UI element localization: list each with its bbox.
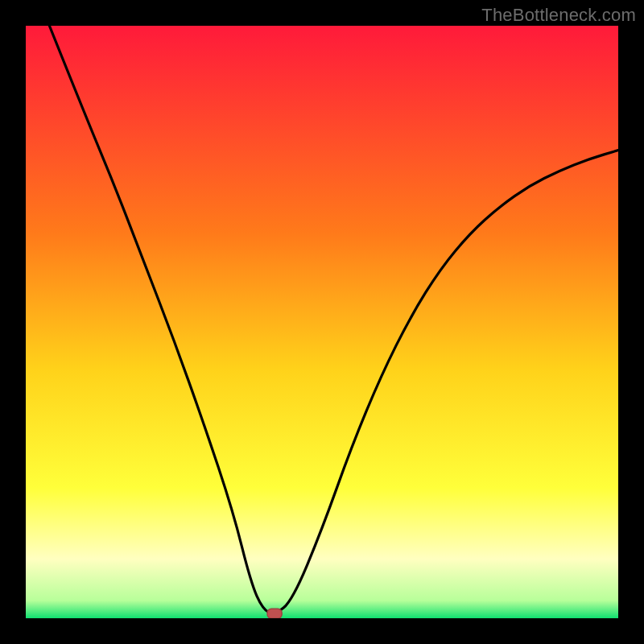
bottleneck-curve bbox=[49, 26, 618, 613]
watermark-label: TheBottleneck.com bbox=[481, 5, 636, 26]
chart-frame: TheBottleneck.com bbox=[0, 0, 644, 644]
curve-layer bbox=[26, 26, 618, 618]
plot-area bbox=[26, 26, 618, 618]
optimal-marker bbox=[267, 609, 282, 618]
